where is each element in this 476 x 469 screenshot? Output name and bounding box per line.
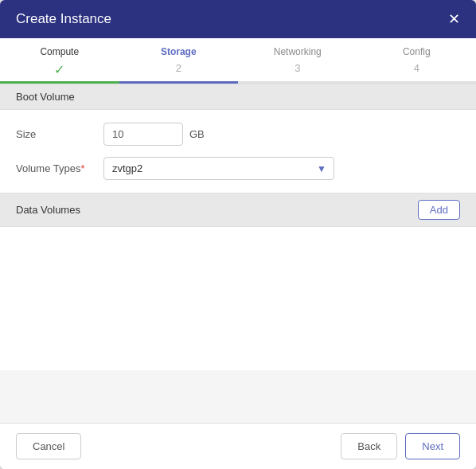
required-asterisk: *: [80, 162, 84, 174]
step-compute[interactable]: Compute ✓: [0, 38, 119, 84]
dialog-title: Create Instance: [16, 11, 111, 27]
step-networking-underline: [238, 81, 357, 84]
volume-types-select[interactable]: zvtgp2 gp2 io1 standard: [103, 157, 334, 180]
volume-types-select-wrapper: zvtgp2 gp2 io1 standard ▼: [103, 157, 334, 180]
dialog-body: Boot Volume Size GB Volume Types* zvtgp2…: [0, 84, 476, 423]
step-compute-label: Compute: [40, 46, 79, 57]
size-label: Size: [16, 128, 103, 140]
step-networking[interactable]: Networking 3: [238, 38, 357, 84]
step-storage-indicator: 2: [176, 62, 181, 74]
add-data-volume-button[interactable]: Add: [418, 200, 460, 220]
close-button[interactable]: ✕: [448, 12, 460, 26]
dialog-header: Create Instance ✕: [0, 0, 476, 38]
step-compute-underline: [0, 81, 119, 84]
boot-volume-section-header: Boot Volume: [0, 84, 476, 110]
step-config-label: Config: [403, 46, 431, 57]
step-config-underline: [357, 81, 477, 84]
data-volumes-empty-area: [0, 227, 476, 370]
steps-row: Compute ✓ Storage 2 Networking 3 Config …: [0, 38, 476, 84]
cancel-button[interactable]: Cancel: [16, 433, 81, 459]
step-networking-indicator: 3: [295, 62, 300, 74]
volume-types-label: Volume Types*: [16, 162, 103, 174]
back-button[interactable]: Back: [341, 433, 397, 459]
step-networking-label: Networking: [274, 46, 322, 57]
data-volumes-section-header: Data Volumes Add: [0, 193, 476, 227]
dialog-footer: Cancel Back Next: [0, 423, 476, 469]
size-row: Size GB: [16, 123, 460, 146]
next-button[interactable]: Next: [405, 433, 460, 459]
step-storage-underline: [119, 81, 239, 84]
create-instance-dialog: Create Instance ✕ Compute ✓ Storage 2 Ne…: [0, 0, 476, 469]
step-config[interactable]: Config 4: [357, 38, 477, 84]
step-storage[interactable]: Storage 2: [119, 38, 239, 84]
data-volumes-label: Data Volumes: [16, 204, 80, 216]
steps-bar: Compute ✓ Storage 2 Networking 3 Config …: [0, 38, 476, 84]
boot-volume-content: Size GB Volume Types* zvtgp2 gp2 io1 sta…: [0, 110, 476, 193]
size-unit: GB: [189, 128, 205, 140]
step-storage-label: Storage: [161, 46, 197, 57]
volume-types-row: Volume Types* zvtgp2 gp2 io1 standard ▼: [16, 157, 460, 180]
step-compute-indicator: ✓: [54, 62, 64, 77]
step-config-indicator: 4: [414, 62, 419, 74]
size-input[interactable]: [103, 123, 183, 146]
boot-volume-label: Boot Volume: [16, 91, 75, 103]
footer-right-actions: Back Next: [341, 433, 460, 459]
